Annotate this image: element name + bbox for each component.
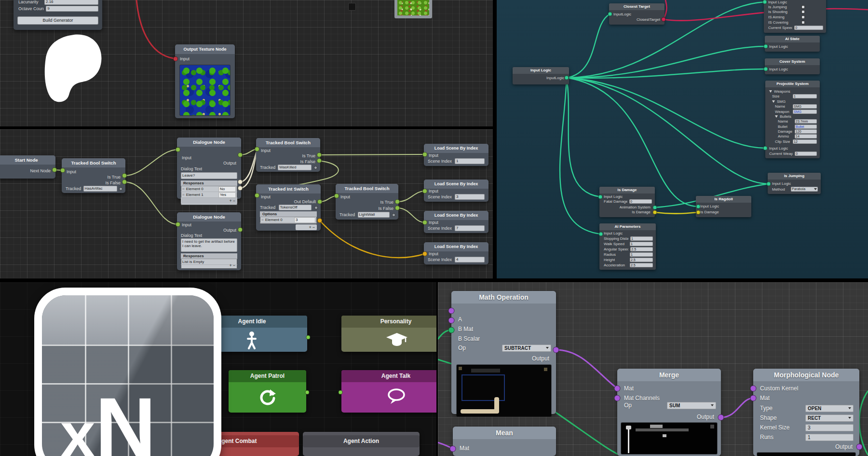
input-logic-node[interactable]: Input Logic InputLogic [513,67,569,84]
input-port[interactable] [696,205,701,209]
math-operation-node[interactable]: Math Operation A B Mat B Scalar Op SUBTR… [451,291,556,414]
name-field[interactable]: 23.7mm [795,119,817,124]
input-port[interactable] [750,386,757,392]
input-port[interactable] [448,308,455,314]
add-element-button[interactable]: + [229,263,231,268]
list-item[interactable]: = Element 1 Yes [181,192,237,198]
type-dropdown[interactable]: OPEN [805,405,854,412]
lacunarity-field[interactable]: 2.16 [44,0,98,5]
response-value-field[interactable]: No [218,186,236,192]
input-port[interactable] [614,386,621,392]
input-port[interactable] [448,318,455,324]
agent-talk-node[interactable]: Agent Talk [341,370,436,413]
input-port[interactable] [173,56,178,61]
merge-node[interactable]: Merge Mat Mat Channels Op SUM Output [617,369,721,456]
output-port[interactable] [565,76,569,80]
object-picker-icon[interactable] [314,206,318,209]
weapon-object-field[interactable]: SMG [793,110,817,114]
ammo-field[interactable]: 14 [795,134,817,138]
bullet-object-field[interactable]: Bullet [795,124,817,129]
runs-field[interactable]: 1 [805,434,854,441]
parameter-field[interactable]: 1 [630,252,653,257]
input-port[interactable] [696,210,701,215]
dialogue-node[interactable]: Dialogue Node Input Output Dialog Text I… [177,212,241,270]
input-port[interactable] [764,44,768,49]
closest-target-node[interactable]: Closest Target InputLogic ClosestTarget [609,3,665,25]
output-port[interactable] [122,173,127,178]
input-port[interactable] [450,446,456,452]
output-port[interactable] [553,347,559,353]
output-port[interactable] [238,227,243,232]
build-generator-button[interactable]: Build Generator [17,16,98,25]
is-ragdoll-node[interactable]: Is Ragdoll Input Logic Is Damage [696,196,751,217]
scene-index-field[interactable]: 4 [455,257,485,263]
remove-element-button[interactable]: − [233,198,235,203]
method-dropdown[interactable]: Parabola [791,187,818,192]
parameter-field[interactable]: 1 [630,242,653,246]
parameter-field[interactable]: 1 [630,236,653,241]
output-texture-node[interactable]: Output Texture Node Input [175,44,235,118]
shape-dropdown[interactable]: RECT [805,415,854,422]
scene-index-field[interactable]: 3 [455,194,485,200]
fatal-damage-field[interactable]: 0 [629,199,652,204]
ai-parameters-node[interactable]: AI Parameters Input Logic Stopping Dista… [599,223,656,270]
size-field[interactable]: 1 [793,94,817,98]
input-port[interactable] [339,390,343,395]
output-port[interactable] [856,444,863,450]
ai-status-node[interactable]: Input Logic Is Jumping Is Shooting IS Ai… [764,0,826,33]
op-dropdown[interactable]: SUBTRACT [502,345,551,352]
tracked-bool-switch-node[interactable]: Tracked Bool Switch Input Is True Is Fal… [336,184,398,220]
add-element-button[interactable]: + [309,225,311,230]
tracked-object-field[interactable]: HasArtifac [83,186,117,192]
octave-count-field[interactable]: 9 [46,6,98,12]
remove-element-button[interactable]: − [233,263,235,268]
output-port[interactable] [306,335,311,340]
dialogue-graph-panel[interactable]: Start Node Next Node Tracked Bool Switch… [0,129,493,278]
agent-action-node[interactable]: Agent Action [303,432,420,456]
tracked-object-field[interactable]: LightWall [358,212,390,218]
input-port[interactable] [255,147,259,152]
is-jumping-node[interactable]: Is Jumping Input Logic Method Parabola [768,173,821,194]
input-port[interactable] [598,195,603,199]
agent-patrol-node[interactable]: Agent Patrol [229,370,306,413]
output-port[interactable] [122,180,127,184]
checkbox[interactable] [801,10,805,14]
current-weapon-field[interactable]: 0 [795,152,817,156]
dialog-text-field[interactable]: I need to get the artifact before I can … [181,238,237,252]
input-port[interactable] [422,152,427,157]
input-port[interactable] [448,327,455,333]
input-port[interactable] [334,193,339,198]
response-port[interactable] [238,180,243,184]
checkbox[interactable] [801,15,805,19]
input-port[interactable] [176,147,180,152]
dialog-text-field[interactable]: Leave? [181,172,237,179]
load-scene-node[interactable]: Load Scene By Index Input Scene Index 7 [424,211,488,233]
op-dropdown[interactable]: SUM [667,402,716,409]
start-node[interactable]: Start Node Next Node [0,155,55,179]
output-port[interactable] [653,210,657,215]
foldout-icon[interactable] [772,100,775,103]
input-port[interactable] [767,182,771,186]
input-port[interactable] [764,67,768,71]
parameter-field[interactable]: 2.5 [630,263,653,267]
input-port[interactable] [422,189,427,193]
tracked-object-field[interactable]: TokensOff [279,205,312,210]
ai-state-node[interactable]: AI State Input Logic [765,36,820,52]
tracked-int-switch-node[interactable]: Tracked Int Switch Input Out Default Tra… [256,184,321,231]
output-port[interactable] [317,152,322,157]
tracked-object-field[interactable]: WasKilled [278,165,312,170]
remove-element-button[interactable]: − [312,225,315,230]
checkbox[interactable] [801,5,805,9]
input-port[interactable] [608,12,612,16]
output-port[interactable] [718,415,724,421]
cover-system-node[interactable]: Cover System Input Logic [765,58,820,74]
is-damage-node[interactable]: Is Damage Input Logic Fatal Damage0 Anim… [599,187,655,217]
input-port[interactable] [255,193,259,198]
load-scene-node[interactable]: Load Scene By Index Input Scene Index 3 [424,180,488,202]
output-port[interactable] [238,152,243,157]
projectile-system-node[interactable]: Projectile System Weapons Size1 SMG Name… [765,81,820,158]
noise-generator-node[interactable]: Lacunarity 2.16 Octave Count 9 Build Gen… [14,0,102,30]
response-value-field[interactable]: Yes [218,192,236,198]
tracked-bool-switch-node[interactable]: Tracked Bool Switch Input Is True Is Fal… [256,138,320,172]
name-field[interactable]: SMG [793,104,817,109]
